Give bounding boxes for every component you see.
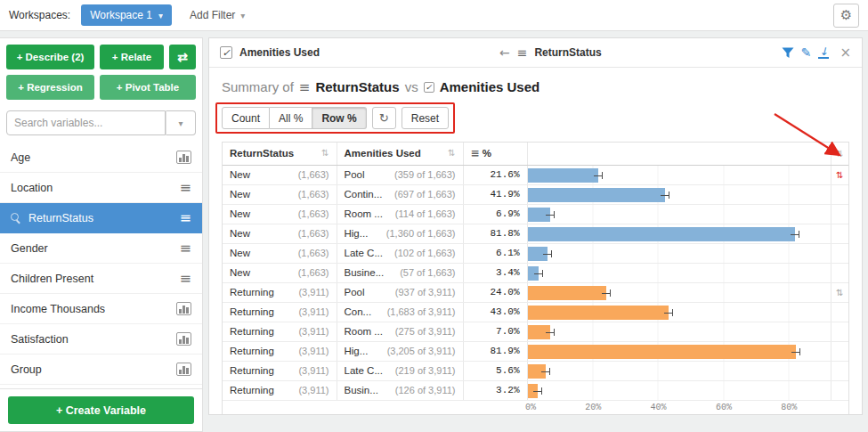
table-row[interactable]: Returning (3,911) Con... (1,683 of 3,911… (223, 302, 848, 322)
back-arrow-icon[interactable]: ← (499, 45, 510, 60)
variable-name: ReturnStatus (28, 212, 180, 224)
bar (528, 227, 796, 241)
percent-value: 6.1% (463, 243, 527, 263)
table-row[interactable]: Returning (3,911) Room ... (275 of 3,911… (223, 322, 848, 341)
variable-name: Location (11, 182, 180, 194)
relate-button[interactable]: + Relate (100, 45, 164, 69)
column-header-returnstatus[interactable]: ⇅ ReturnStatus (223, 143, 337, 165)
search-dropdown-button[interactable]: ▾ (166, 110, 196, 135)
panel-body: Summary of ≡ ReturnStatus vs ✓ Amenities… (209, 68, 862, 415)
group-count: (3,911) (298, 346, 329, 356)
column-header-amenities[interactable]: ⇅ Amenities Used (337, 143, 463, 165)
group-count: (3,911) (298, 306, 329, 317)
group-label: Returning (230, 346, 274, 356)
variable-list-item[interactable]: Satisfaction (0, 324, 202, 355)
bar-cell (527, 302, 831, 322)
create-variable-button[interactable]: + Create Variable (8, 396, 194, 424)
gear-icon: ⚙ (840, 7, 852, 23)
bar (528, 188, 665, 202)
table-row[interactable]: Returning (3,911) Hig... (3,205 of 3,911… (223, 341, 848, 361)
table-row[interactable]: Returning (3,911) Pool (937 of 3,911) 24… (223, 282, 848, 302)
error-whisker-icon (546, 325, 555, 339)
settings-button[interactable]: ⚙ (833, 4, 859, 28)
amenity-count: (126 of 3,911) (395, 385, 456, 395)
table-row[interactable]: Returning (3,911) Busin... (126 of 3,911… (223, 380, 848, 400)
list-icon (180, 241, 191, 256)
variable-search: ▾ (0, 106, 202, 143)
bar-cell (527, 263, 831, 282)
amenity-count: (57 of 1,663) (400, 267, 455, 278)
variable-list: Age Location ReturnStatus Gender Childre… (0, 143, 202, 388)
results-table-body: New (1,663) Pool (359 of 1,663) 21.6% ⇅ … (223, 165, 848, 400)
list-icon (180, 272, 191, 286)
value-mode-segmented-control: Count All % Row % (222, 107, 367, 129)
group-label: New (230, 208, 250, 219)
edit-icon[interactable]: ✎ (801, 45, 812, 60)
checkbox-checked-icon[interactable]: ✓ (220, 46, 232, 59)
group-count: (1,663) (298, 267, 329, 278)
percent-value: 21.6% (463, 165, 527, 184)
analysis-panel: ✓ Amenities Used ← ≡ ReturnStatus ✎ ↓ × … (208, 37, 863, 415)
add-filter-button[interactable]: Add Filter ▾ (190, 9, 245, 21)
variable-list-item[interactable]: Group (0, 355, 202, 385)
bar-cell (527, 184, 831, 204)
variable-list-item[interactable]: Children Present (0, 264, 202, 294)
bar-cell (527, 243, 831, 263)
regression-button[interactable]: + Regression (6, 75, 94, 100)
workspaces-label: Workspaces: (9, 9, 70, 21)
error-whisker-icon (546, 208, 555, 222)
refresh-button[interactable]: ↻ (372, 107, 396, 129)
amenity-count: (1,683 of 3,911) (387, 306, 456, 317)
table-row[interactable]: New (1,663) Hig... (1,360 of 1,663) 81.8… (223, 224, 848, 243)
group-count: (3,911) (298, 326, 329, 337)
list-icon (180, 211, 191, 225)
filter-icon[interactable] (782, 47, 794, 59)
column-header-sort[interactable]: ⇅ (831, 143, 848, 165)
percent-value: 24.0% (463, 282, 527, 302)
variable-list-item[interactable]: Age (0, 143, 202, 173)
amenity-label: Pool (345, 287, 365, 298)
group-count: (3,911) (298, 385, 329, 395)
group-label: Returning (230, 385, 274, 395)
row-sort-cell: ⇅ (831, 165, 848, 184)
column-header-percent[interactable]: ≡ % (463, 143, 527, 165)
describe-button[interactable]: + Describe (2) (6, 45, 94, 69)
variable-list-item[interactable]: Gender (0, 233, 202, 264)
row-sort-icon[interactable]: ⇅ (836, 288, 843, 298)
reset-button[interactable]: Reset (402, 107, 449, 129)
table-row[interactable]: Returning (3,911) Late C... (219 of 3,91… (223, 361, 848, 380)
histogram-icon (176, 363, 191, 376)
table-row[interactable]: New (1,663) Late C... (102 of 1,663) 6.1… (223, 243, 848, 263)
variable-list-item[interactable]: ReturnStatus (0, 203, 202, 233)
all-percent-button[interactable]: All % (270, 107, 312, 129)
row-sort-icon[interactable]: ⇅ (836, 170, 843, 180)
bar-cell (527, 361, 831, 380)
row-sort-cell (831, 243, 848, 263)
create-variable-bar: + Create Variable (0, 388, 202, 431)
workspace-selector[interactable]: Workspace 1 ▾ (81, 4, 172, 26)
search-icon (11, 213, 21, 224)
variable-list-item[interactable]: Income Thousands (0, 294, 202, 324)
table-row[interactable]: New (1,663) Pool (359 of 1,663) 21.6% ⇅ (223, 165, 848, 184)
group-count: (1,663) (298, 228, 329, 239)
error-whisker-icon (602, 286, 611, 300)
group-count: (3,911) (298, 365, 329, 376)
table-row[interactable]: New (1,663) Room ... (114 of 1,663) 6.9% (223, 204, 848, 224)
search-input[interactable] (6, 110, 166, 135)
error-whisker-icon (533, 384, 542, 398)
pivot-table-button[interactable]: + Pivot Table (100, 75, 196, 100)
download-icon[interactable]: ↓ (818, 46, 829, 59)
panel-header: ✓ Amenities Used ← ≡ ReturnStatus ✎ ↓ × (209, 38, 862, 68)
list-icon (180, 181, 191, 195)
swap-variables-button[interactable]: ⇄ (169, 45, 196, 69)
count-button[interactable]: Count (222, 107, 270, 129)
row-percent-button[interactable]: Row % (312, 107, 366, 129)
variable-name: Gender (11, 242, 180, 255)
variable-list-item[interactable]: Location (0, 173, 202, 203)
group-count: (1,663) (298, 208, 329, 219)
table-row[interactable]: New (1,663) Busine... (57 of 1,663) 3.4% (223, 263, 848, 282)
chevron-down-icon: ▾ (178, 118, 183, 128)
page-title: Summary of ≡ ReturnStatus vs ✓ Amenities… (222, 78, 849, 96)
table-row[interactable]: New (1,663) Contin... (697 of 1,663) 41.… (223, 184, 848, 204)
close-icon[interactable]: × (840, 45, 851, 61)
